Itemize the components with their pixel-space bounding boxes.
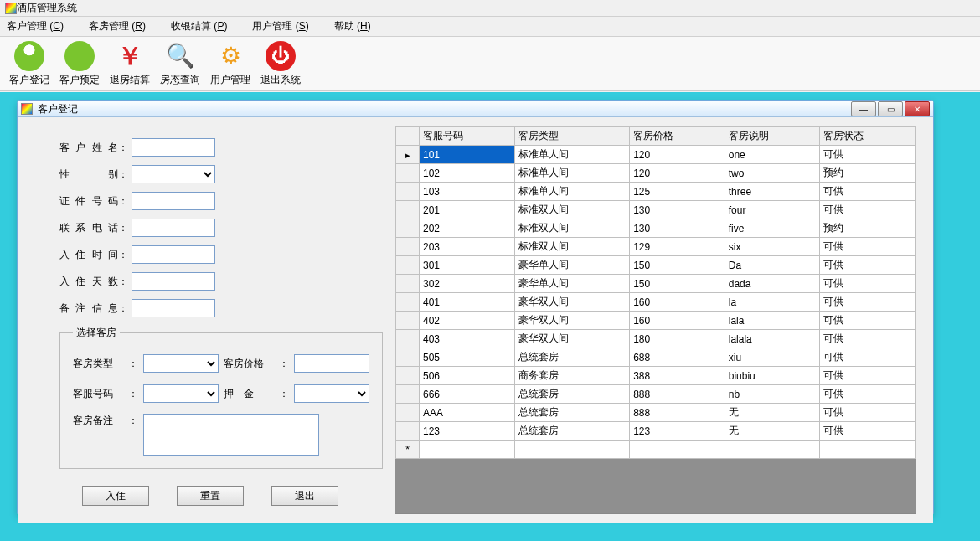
grid-cell[interactable]: 160 xyxy=(630,312,725,330)
customer-name-input[interactable] xyxy=(132,138,215,157)
exit-button[interactable]: 退出 xyxy=(271,486,338,506)
grid-cell[interactable]: 125 xyxy=(630,183,725,201)
grid-cell[interactable]: 可供 xyxy=(820,348,916,367)
gender-select[interactable] xyxy=(132,165,215,183)
grid-cell[interactable]: 总统套房 xyxy=(514,348,630,367)
grid-cell[interactable]: 130 xyxy=(630,219,725,238)
toolbar-btn-customer-reserve[interactable]: 客户预定 xyxy=(59,39,101,89)
grid-cell[interactable]: 402 xyxy=(420,312,515,330)
grid-cell[interactable]: 403 xyxy=(420,330,515,348)
table-row[interactable]: 401豪华双人间160la可供 xyxy=(396,293,916,312)
grid-cell[interactable]: 888 xyxy=(630,404,725,422)
grid-cell[interactable]: 可供 xyxy=(820,201,916,219)
grid-cell[interactable]: 101 xyxy=(420,146,515,164)
grid-cell[interactable]: 180 xyxy=(630,330,725,348)
grid-cell[interactable]: 129 xyxy=(630,238,725,256)
grid-column-header[interactable]: 客房说明 xyxy=(725,127,820,146)
table-row[interactable]: 505总统套房688xiu可供 xyxy=(396,348,916,367)
table-row[interactable]: 666总统套房888nb可供 xyxy=(396,385,916,404)
grid-cell[interactable]: three xyxy=(725,183,820,201)
grid-cell[interactable]: lala xyxy=(725,312,820,330)
menu-item-客房管理[interactable]: 客房管理 (R) xyxy=(89,19,146,33)
grid-cell[interactable]: 301 xyxy=(420,256,515,275)
grid-cell[interactable]: 203 xyxy=(420,238,515,256)
grid-cell[interactable]: Da xyxy=(725,256,820,275)
grid-cell[interactable]: 总统套房 xyxy=(514,385,630,404)
table-new-row[interactable] xyxy=(396,441,916,459)
grid-cell[interactable]: 可供 xyxy=(820,367,916,385)
table-row[interactable]: 123总统套房123无可供 xyxy=(396,422,916,441)
grid-cell[interactable]: 无 xyxy=(725,404,820,422)
grid-column-header[interactable]: 客服号码 xyxy=(420,127,515,146)
grid-cell[interactable]: 506 xyxy=(420,367,515,385)
grid-cell[interactable]: 豪华单人间 xyxy=(514,256,630,275)
grid-cell[interactable]: 商务套房 xyxy=(514,367,630,385)
minimize-button[interactable]: — xyxy=(851,101,876,116)
table-row[interactable]: 402豪华双人间160lala可供 xyxy=(396,312,916,330)
grid-cell[interactable]: 123 xyxy=(630,422,725,441)
grid-cell[interactable]: 无 xyxy=(725,422,820,441)
grid-cell[interactable]: 可供 xyxy=(820,183,916,201)
table-row[interactable]: 301豪华单人间150Da可供 xyxy=(396,256,916,275)
grid-cell[interactable]: 可供 xyxy=(820,146,916,164)
days-input[interactable] xyxy=(132,272,215,291)
grid-cell[interactable]: 102 xyxy=(420,164,515,183)
grid-cell[interactable]: six xyxy=(725,238,820,256)
room-type-select[interactable] xyxy=(143,354,219,373)
grid-column-header[interactable]: 客房状态 xyxy=(820,127,916,146)
toolbar-btn-checkout-settle[interactable]: ￥退房结算 xyxy=(109,39,151,89)
grid-cell[interactable]: 可供 xyxy=(820,238,916,256)
grid-cell[interactable]: five xyxy=(725,219,820,238)
grid-cell[interactable]: 标准单人间 xyxy=(514,164,630,183)
grid-cell[interactable]: 总统套房 xyxy=(514,422,630,441)
grid-cell[interactable]: xiu xyxy=(725,348,820,367)
grid-cell[interactable]: 688 xyxy=(630,348,725,367)
grid-cell[interactable]: biubiu xyxy=(725,367,820,385)
checkin-time-input[interactable] xyxy=(132,245,215,264)
table-row[interactable]: 101标准单人间120one可供 xyxy=(396,146,916,164)
grid-cell[interactable]: 豪华单人间 xyxy=(514,275,630,293)
grid-cell[interactable]: 可供 xyxy=(820,330,916,348)
table-row[interactable]: 203标准双人间129six可供 xyxy=(396,238,916,256)
grid-cell[interactable]: 标准双人间 xyxy=(514,201,630,219)
grid-cell[interactable]: dada xyxy=(725,275,820,293)
grid-cell[interactable]: 401 xyxy=(420,293,515,312)
grid-cell[interactable]: 160 xyxy=(630,293,725,312)
room-data-grid[interactable]: 客服号码客房类型客房价格客房说明客房状态 101标准单人间120one可供102… xyxy=(395,126,916,514)
grid-cell[interactable]: 201 xyxy=(420,201,515,219)
grid-cell[interactable]: 可供 xyxy=(820,312,916,330)
grid-cell[interactable]: 666 xyxy=(420,385,515,404)
grid-cell[interactable]: 120 xyxy=(630,164,725,183)
room-price-input[interactable] xyxy=(294,354,369,373)
grid-cell[interactable]: 302 xyxy=(420,275,515,293)
checkin-button[interactable]: 入住 xyxy=(82,486,149,506)
grid-cell[interactable]: 202 xyxy=(420,219,515,238)
grid-column-header[interactable]: 客房价格 xyxy=(630,127,725,146)
toolbar-btn-user-manage[interactable]: ⚙用户管理 xyxy=(209,39,251,89)
grid-cell[interactable]: 123 xyxy=(420,422,515,441)
grid-cell[interactable]: 120 xyxy=(630,146,725,164)
grid-cell[interactable]: 可供 xyxy=(820,404,916,422)
toolbar-btn-customer-register[interactable]: 客户登记 xyxy=(8,39,50,89)
table-row[interactable]: 103标准单人间125three可供 xyxy=(396,183,916,201)
grid-cell[interactable]: 150 xyxy=(630,256,725,275)
table-row[interactable]: 403豪华双人间180lalala可供 xyxy=(396,330,916,348)
table-row[interactable]: 506商务套房388biubiu可供 xyxy=(396,367,916,385)
table-row[interactable]: 102标准单人间120two预约 xyxy=(396,164,916,183)
phone-input[interactable] xyxy=(132,219,215,237)
grid-cell[interactable]: 可供 xyxy=(820,385,916,404)
menu-item-收银结算[interactable]: 收银结算 (P) xyxy=(171,19,227,33)
grid-cell[interactable]: AAA xyxy=(420,404,515,422)
grid-cell[interactable]: one xyxy=(725,146,820,164)
grid-cell[interactable]: nb xyxy=(725,385,820,404)
table-row[interactable]: 302豪华单人间150dada可供 xyxy=(396,275,916,293)
table-row[interactable]: 202标准双人间130five预约 xyxy=(396,219,916,238)
close-button[interactable]: ✕ xyxy=(905,101,930,116)
table-row[interactable]: 201标准双人间130four可供 xyxy=(396,201,916,219)
grid-cell[interactable]: 豪华双人间 xyxy=(514,312,630,330)
grid-cell[interactable]: 388 xyxy=(630,367,725,385)
grid-column-header[interactable]: 客房类型 xyxy=(514,127,630,146)
grid-cell[interactable]: 130 xyxy=(630,201,725,219)
grid-cell[interactable]: 预约 xyxy=(820,219,916,238)
table-row[interactable]: AAA总统套房888无可供 xyxy=(396,404,916,422)
